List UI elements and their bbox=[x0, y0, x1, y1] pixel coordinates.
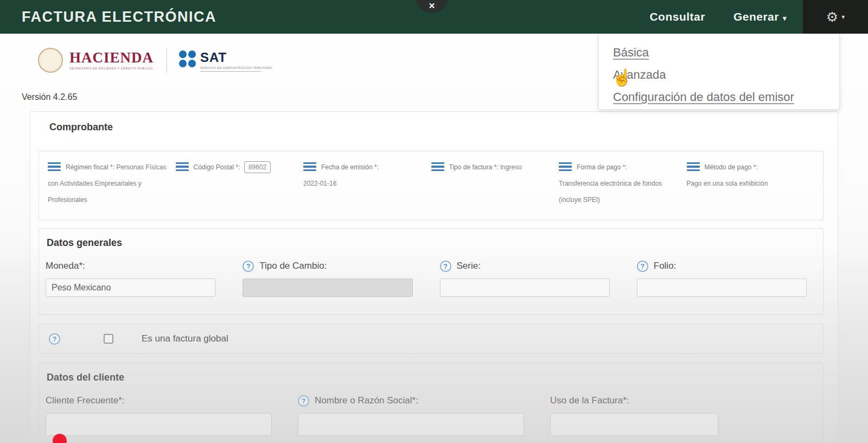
razon-social-input[interactable] bbox=[298, 413, 524, 436]
field-label: Forma de pago *: bbox=[577, 163, 627, 171]
help-icon[interactable]: ? bbox=[637, 261, 648, 272]
tipo-cambio-label: Tipo de Cambio: bbox=[259, 261, 327, 271]
field-forma-pago: Forma de pago *: Transferencia electróni… bbox=[559, 159, 687, 208]
cliente-frecuente-label: Cliente Frecuente*: bbox=[46, 395, 125, 406]
field-label: Fecha de emisión *: bbox=[321, 163, 379, 171]
uso-factura-label: Uso de la Factura*: bbox=[550, 395, 629, 406]
factura-global-checkbox[interactable] bbox=[104, 334, 113, 344]
field-value: Ingreso bbox=[500, 163, 522, 171]
cliente-frecuente-input[interactable] bbox=[46, 413, 272, 436]
help-icon[interactable]: ? bbox=[49, 333, 60, 345]
nav-consultar[interactable]: Consultar bbox=[649, 10, 705, 23]
chevron-down-icon: ▾ bbox=[783, 14, 787, 22]
datos-generales-title: Datos generales bbox=[47, 237, 122, 249]
field-metodo-pago: Método de pago *: Pago en una sola exhib… bbox=[687, 159, 815, 208]
field-uso-factura: Uso de la Factura*: bbox=[550, 394, 724, 436]
comprobante-summary-box: Régimen fiscal *: Personas Físicas con A… bbox=[39, 151, 824, 220]
branding-header: HACIENDA SECRETARÍA DE HACIENDA Y CRÉDIT… bbox=[38, 48, 261, 73]
datos-cliente-title: Datos del cliente bbox=[47, 372, 124, 383]
settings-dropdown: Básica Avanzada Configuración de datos d… bbox=[598, 34, 840, 110]
nav-generar-label: Generar bbox=[733, 10, 779, 23]
serie-label: Serie: bbox=[457, 261, 481, 271]
moneda-input[interactable] bbox=[46, 279, 215, 297]
field-label: Régimen fiscal *: bbox=[66, 163, 114, 171]
nav-links: Consultar Generar▾ ⚙ ▾ bbox=[649, 0, 868, 34]
field-regimen-fiscal: Régimen fiscal *: Personas Físicas con A… bbox=[48, 159, 176, 208]
field-serie: ? Serie: bbox=[440, 259, 621, 297]
menu-bars-icon[interactable] bbox=[559, 162, 572, 172]
moneda-label: Moneda*: bbox=[46, 261, 85, 271]
menu-bars-icon[interactable] bbox=[687, 162, 700, 172]
datos-generales-fields: Moneda*: ? Tipo de Cambio: ? Serie: bbox=[46, 259, 818, 297]
field-label: Tipo de factura *: bbox=[449, 163, 499, 171]
field-tipo-cambio: ? Tipo de Cambio: bbox=[242, 259, 423, 297]
hacienda-logo: HACIENDA SECRETARÍA DE HACIENDA Y CRÉDIT… bbox=[69, 50, 154, 70]
gear-icon: ⚙ bbox=[826, 9, 838, 25]
help-icon[interactable]: ? bbox=[440, 261, 451, 272]
field-value: Pago en una sola exhibición bbox=[687, 175, 807, 192]
folio-label: Folio: bbox=[654, 261, 676, 271]
version-label: Versión 4.2.65 bbox=[22, 92, 77, 102]
sat-wordmark: SAT bbox=[200, 51, 261, 64]
razon-social-label: Nombre o Razón Social*: bbox=[315, 395, 418, 406]
datos-cliente-fields: Cliente Frecuente*: ? Nombre o Razón Soc… bbox=[46, 394, 818, 436]
menu-bars-icon[interactable] bbox=[303, 162, 316, 172]
folio-input[interactable] bbox=[637, 279, 807, 297]
field-moneda: Moneda*: bbox=[46, 259, 226, 297]
menu-item-basica[interactable]: Básica bbox=[613, 41, 839, 64]
factura-global-label: Es una factura global bbox=[142, 333, 228, 344]
field-fecha-emision: Fecha de emisión *: 2022-01-16 bbox=[303, 159, 431, 208]
tipo-cambio-input[interactable] bbox=[242, 279, 412, 297]
menu-bars-icon[interactable] bbox=[431, 162, 444, 172]
close-icon: ✕ bbox=[429, 1, 436, 11]
field-folio: ? Folio: bbox=[637, 259, 818, 297]
chevron-down-icon: ▾ bbox=[841, 13, 845, 21]
help-icon[interactable]: ? bbox=[242, 261, 254, 272]
field-tipo-factura: Tipo de factura *: Ingreso bbox=[431, 159, 559, 208]
comprobante-fields: Régimen fiscal *: Personas Físicas con A… bbox=[48, 159, 814, 208]
sat-logo: SAT SERVICIO DE ADMINISTRACIÓN TRIBUTARI… bbox=[179, 49, 261, 72]
field-codigo-postal: Código Postal *: 89602 bbox=[176, 159, 304, 208]
codigo-postal-value[interactable]: 89602 bbox=[244, 161, 271, 173]
field-label: Código Postal *: bbox=[194, 163, 240, 171]
field-value: 2022-01-16 bbox=[303, 175, 424, 192]
field-cliente-frecuente: Cliente Frecuente*: bbox=[46, 394, 279, 436]
app-title: FACTURA ELECTRÓNICA bbox=[22, 9, 216, 26]
app-screen: FACTURA ELECTRÓNICA Consultar Generar▾ ⚙… bbox=[0, 0, 868, 443]
datos-cliente-box: Datos del cliente Cliente Frecuente*: ? … bbox=[39, 363, 824, 443]
hacienda-wordmark: HACIENDA bbox=[69, 50, 154, 65]
menu-item-avanzada[interactable]: Avanzada bbox=[613, 64, 839, 86]
field-label: Método de pago *: bbox=[705, 163, 758, 171]
uso-factura-input[interactable] bbox=[550, 413, 718, 436]
menu-bars-icon[interactable] bbox=[48, 162, 61, 172]
settings-menu-button[interactable]: ⚙ ▾ bbox=[803, 0, 868, 34]
sat-dots-icon bbox=[179, 50, 196, 67]
menu-item-configuracion-emisor[interactable]: Configuración de datos del emisor bbox=[613, 86, 839, 108]
field-value: Transferencia electrónica de fondos (inc… bbox=[559, 175, 679, 208]
sat-subtitle: SERVICIO DE ADMINISTRACIÓN TRIBUTARIA bbox=[200, 66, 261, 72]
hacienda-subtitle: SECRETARÍA DE HACIENDA Y CRÉDITO PÚBLICO bbox=[69, 67, 154, 70]
datos-generales-box: Datos generales Moneda*: ? Tipo de Cambi… bbox=[39, 228, 824, 315]
invoice-form-card: Comprobante Régimen fiscal *: Personas F… bbox=[30, 111, 838, 443]
help-icon[interactable]: ? bbox=[298, 395, 309, 407]
nav-generar[interactable]: Generar▾ bbox=[733, 10, 787, 23]
serie-input[interactable] bbox=[440, 279, 610, 297]
comprobante-section-title: Comprobante bbox=[49, 122, 113, 133]
gobierno-seal-icon bbox=[38, 48, 63, 73]
logo-divider bbox=[167, 48, 167, 73]
field-razon-social: ? Nombre o Razón Social*: bbox=[298, 394, 531, 436]
menu-bars-icon[interactable] bbox=[176, 162, 189, 172]
factura-global-box: ? Es una factura global bbox=[39, 324, 824, 354]
